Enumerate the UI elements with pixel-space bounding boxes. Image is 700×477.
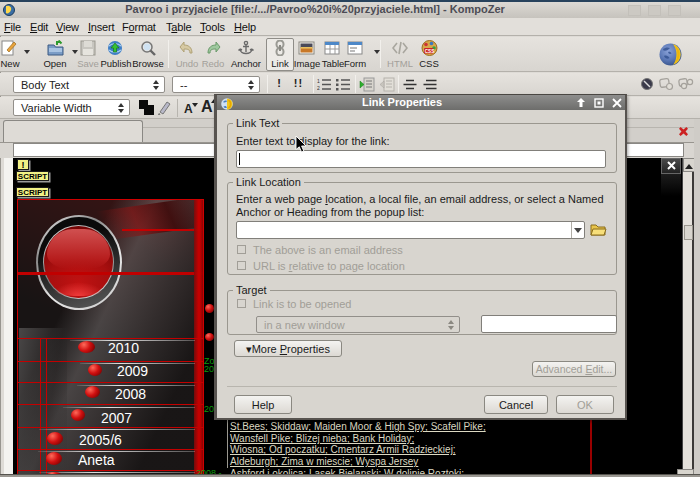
svg-text:1: 1 [317, 78, 320, 84]
svg-text:2: 2 [317, 85, 320, 91]
svg-text:CSS: CSS [425, 49, 434, 54]
